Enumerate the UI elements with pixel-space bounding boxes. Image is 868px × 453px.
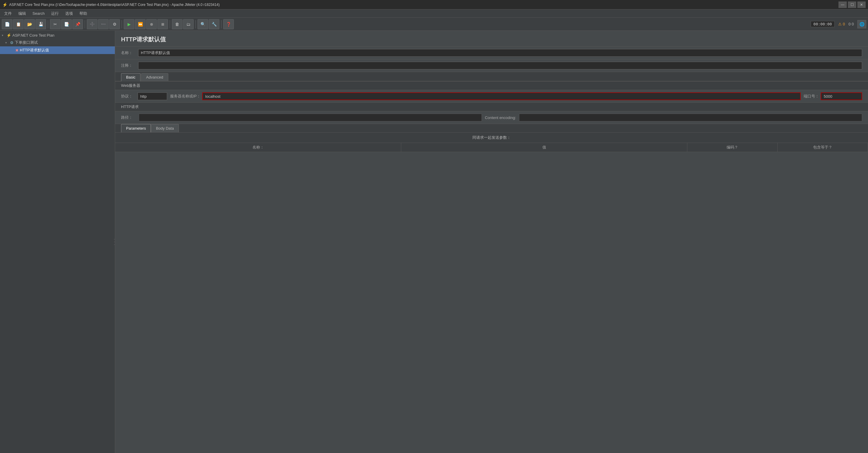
port-label: 端口号： <box>804 94 819 99</box>
port-group: 端口号： <box>804 92 862 100</box>
connection-test-label: 下单接口测试 <box>15 40 38 45</box>
toolbar: 📄 📋 📂 💾 ✂ 📑 📌 ➕ ➖ ⚙ ▶ ⏩ ⏺ ⏹ 🗑 🗂 🔍 🔧 ❓ 00… <box>0 18 868 31</box>
toggle-test-plan[interactable]: ▾ <box>2 34 5 37</box>
minimize-button[interactable]: — <box>838 1 847 8</box>
test-plan-label: ASP.NET Core Test Plan <box>12 33 54 37</box>
run-no-pause-button[interactable]: ⏩ <box>135 19 146 29</box>
col-header-value: 值 <box>401 143 687 152</box>
error-count: 0 0 <box>848 22 854 26</box>
menu-search[interactable]: Search <box>30 10 48 17</box>
sidebar-tree: ▾ ⚡ ASP.NET Core Test Plan ▾ ⚙ 下单接口测试 ✖ … <box>0 31 115 55</box>
expand-button[interactable]: ➕ <box>87 19 97 29</box>
app-icon: ⚡ <box>2 2 7 7</box>
server-label: 服务器名称或IP： <box>170 94 200 99</box>
comment-label: 注释： <box>121 63 136 68</box>
col-header-encode: 编码？ <box>687 143 778 152</box>
path-input[interactable] <box>139 114 482 121</box>
protocol-group: 协议： <box>121 92 167 100</box>
window-title: ASP.NET Core Test Plan.jmx (I:\DevTool\a… <box>9 3 838 7</box>
col-header-equals: 包含等于？ <box>778 143 868 152</box>
inner-tab-bar: Parameters Body Data <box>115 124 868 132</box>
sidebar-item-http-defaults[interactable]: ✖ HTTP请求默认值 <box>0 47 115 54</box>
paste-button[interactable]: 📌 <box>72 19 83 29</box>
title-bar: ⚡ ASP.NET Core Test Plan.jmx (I:\DevTool… <box>0 0 868 9</box>
connection-test-icon: ⚙ <box>10 40 13 45</box>
server-row: 协议： 服务器名称或IP： 端口号： <box>115 90 868 103</box>
toggle-button[interactable]: ⚙ <box>109 19 120 29</box>
tab-basic[interactable]: Basic <box>121 73 141 82</box>
timer-display: 00:00:00 <box>811 21 835 27</box>
sidebar: ▾ ⚡ ASP.NET Core Test Plan ▾ ⚙ 下单接口测试 ✖ … <box>0 31 115 453</box>
panel: HTTP请求默认值 名称： 注释： Basic Advanced Web服务器 … <box>115 31 868 152</box>
name-label: 名称： <box>121 50 136 56</box>
path-label: 路径： <box>121 115 136 120</box>
http-request-section-header: HTTP请求 <box>115 103 868 111</box>
sidebar-resize-handle[interactable]: ••• ••• ••• <box>114 31 115 453</box>
toolbar-separator-2 <box>85 20 85 28</box>
sidebar-item-test-plan[interactable]: ▾ ⚡ ASP.NET Core Test Plan <box>0 32 115 39</box>
encoding-input[interactable] <box>519 114 862 121</box>
comment-input[interactable] <box>138 62 862 69</box>
toolbar-separator-6 <box>221 20 221 28</box>
name-row: 名称： <box>115 47 868 59</box>
maximize-button[interactable]: ☐ <box>848 1 856 8</box>
content-area: HTTP请求默认值 名称： 注释： Basic Advanced Web服务器 … <box>115 31 868 453</box>
timer-area: 00:00:00 ⚠ 0 0 0 🌐 <box>811 20 866 28</box>
encoding-label: Content encoding: <box>485 116 516 120</box>
protocol-label: 协议： <box>121 94 136 99</box>
reset-button[interactable]: 🔧 <box>209 19 219 29</box>
menu-edit[interactable]: 编辑 <box>16 10 29 17</box>
open-button[interactable]: 📂 <box>24 19 35 29</box>
shutdown-button[interactable]: ⏹ <box>157 19 168 29</box>
copy-button[interactable]: 📑 <box>61 19 72 29</box>
clear-all-button[interactable]: 🗂 <box>183 19 194 29</box>
name-input[interactable] <box>138 49 862 57</box>
stop-button[interactable]: ⏺ <box>146 19 157 29</box>
server-input[interactable] <box>202 92 801 100</box>
params-table: 名称： 值 编码？ 包含等于？ <box>115 143 868 152</box>
http-row: 路径： Content encoding: <box>115 111 868 124</box>
http-defaults-label: HTTP请求默认值 <box>20 48 49 53</box>
server-group: 服务器名称或IP： <box>170 92 801 100</box>
collapse-button[interactable]: ➖ <box>98 19 108 29</box>
template-button[interactable]: 📋 <box>13 19 24 29</box>
tab-advanced[interactable]: Advanced <box>141 73 168 81</box>
save-button[interactable]: 💾 <box>35 19 46 29</box>
menu-bar: 文件 编辑 Search 运行 选项 帮助 <box>0 9 868 18</box>
sidebar-item-connection-test[interactable]: ▾ ⚙ 下单接口测试 <box>0 39 115 47</box>
web-server-section-header: Web服务器 <box>115 82 868 90</box>
warn-icon: ⚠ <box>838 22 842 26</box>
run-button[interactable]: ▶ <box>124 19 134 29</box>
inner-tab-parameters[interactable]: Parameters <box>121 124 151 132</box>
menu-options[interactable]: 选项 <box>62 10 76 17</box>
globe-button[interactable]: 🌐 <box>857 20 866 28</box>
panel-title: HTTP请求默认值 <box>115 31 868 47</box>
new-button[interactable]: 📄 <box>2 19 12 29</box>
clear-button[interactable]: 🗑 <box>172 19 182 29</box>
menu-file[interactable]: 文件 <box>1 10 15 17</box>
col-header-name: 名称： <box>115 143 401 152</box>
comment-row: 注释： <box>115 59 868 72</box>
help-button[interactable]: ❓ <box>223 19 234 29</box>
protocol-input[interactable] <box>137 92 167 100</box>
toolbar-separator-4 <box>170 20 170 28</box>
close-button[interactable]: ✕ <box>857 1 866 8</box>
send-with-label: 同请求一起发送参数： <box>472 135 511 140</box>
send-with-row: 同请求一起发送参数： <box>115 132 868 143</box>
menu-run[interactable]: 运行 <box>48 10 62 17</box>
inner-tab-body-data[interactable]: Body Data <box>151 124 179 132</box>
table-header-row: 名称： 值 编码？ 包含等于？ <box>115 143 868 152</box>
cut-button[interactable]: ✂ <box>50 19 61 29</box>
toggle-connection-test[interactable]: ▾ <box>5 41 9 44</box>
port-input[interactable] <box>821 92 862 100</box>
window-controls: — ☐ ✕ <box>838 1 866 8</box>
test-plan-icon: ⚡ <box>6 33 11 37</box>
main-tab-bar: Basic Advanced <box>115 72 868 82</box>
menu-help[interactable]: 帮助 <box>76 10 90 17</box>
warn-count: 0 <box>843 22 845 26</box>
main-layout: ▾ ⚡ ASP.NET Core Test Plan ▾ ⚙ 下单接口测试 ✖ … <box>0 31 868 453</box>
http-defaults-icon: ✖ <box>16 48 19 53</box>
warn-badge: ⚠ 0 <box>838 22 845 26</box>
search-toolbar-button[interactable]: 🔍 <box>197 19 208 29</box>
toolbar-separator-5 <box>195 20 196 28</box>
